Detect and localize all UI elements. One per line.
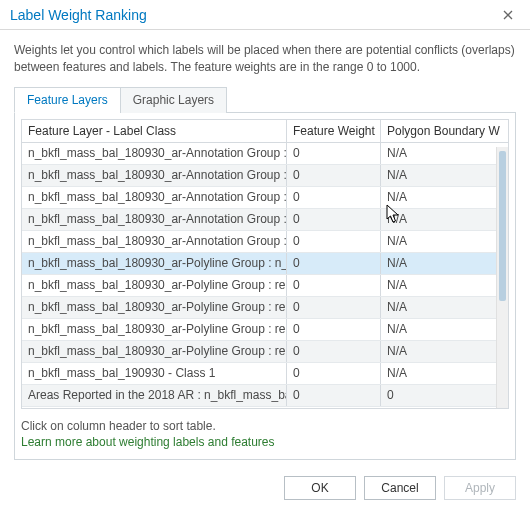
- column-header-name[interactable]: Feature Layer - Label Class: [22, 120, 287, 142]
- tab-panel: Feature Layer - Label Class Feature Weig…: [14, 113, 516, 460]
- cell-feature-weight[interactable]: 0: [287, 231, 381, 252]
- table-row[interactable]: n_bkfl_mass_bal_180930_ar-Polyline Group…: [22, 319, 508, 341]
- cell-feature-weight[interactable]: 0: [287, 275, 381, 296]
- tab-feature-layers[interactable]: Feature Layers: [14, 87, 121, 113]
- cell-polygon-boundary[interactable]: N/A: [381, 187, 508, 208]
- cell-layer-name: n_bkfl_mass_bal_180930_ar-Annotation Gro…: [22, 143, 287, 164]
- cell-layer-name: Areas Reported in the 2018 AR : n_bkfl_m…: [22, 385, 287, 406]
- cell-layer-name: n_bkfl_mass_bal_180930_ar-Polyline Group…: [22, 319, 287, 340]
- dialog-content: Weights let you control which labels wil…: [0, 30, 530, 468]
- cell-polygon-boundary[interactable]: N/A: [381, 275, 508, 296]
- cell-layer-name: n_bkfl_mass_bal_190930 - Class 1: [22, 363, 287, 384]
- close-icon: [503, 10, 513, 20]
- cell-polygon-boundary[interactable]: N/A: [381, 231, 508, 252]
- table-row[interactable]: n_bkfl_mass_bal_180930_ar-Annotation Gro…: [22, 209, 508, 231]
- cell-feature-weight[interactable]: 0: [287, 385, 381, 406]
- cell-feature-weight[interactable]: 0: [287, 363, 381, 384]
- cell-layer-name: n_bkfl_mass_bal_180930_ar-Annotation Gro…: [22, 187, 287, 208]
- cell-layer-name: n_bkfl_mass_bal_180930_ar-Polyline Group…: [22, 275, 287, 296]
- cell-feature-weight[interactable]: 0: [287, 341, 381, 362]
- table-header: Feature Layer - Label Class Feature Weig…: [22, 120, 508, 143]
- apply-button: Apply: [444, 476, 516, 500]
- cancel-button[interactable]: Cancel: [364, 476, 436, 500]
- cell-feature-weight[interactable]: 0: [287, 143, 381, 164]
- cell-feature-weight[interactable]: 0: [287, 319, 381, 340]
- table-body: n_bkfl_mass_bal_180930_ar-Annotation Gro…: [22, 143, 508, 407]
- cell-layer-name: n_bkfl_mass_bal_180930_ar-Annotation Gro…: [22, 165, 287, 186]
- cell-polygon-boundary[interactable]: N/A: [381, 363, 508, 384]
- cell-polygon-boundary[interactable]: N/A: [381, 297, 508, 318]
- cell-layer-name: n_bkfl_mass_bal_180930_ar-Polyline Group…: [22, 253, 287, 274]
- cell-feature-weight[interactable]: 0: [287, 165, 381, 186]
- table-row[interactable]: n_bkfl_mass_bal_180930_ar-Annotation Gro…: [22, 143, 508, 165]
- sort-hint-text: Click on column header to sort table.: [21, 419, 509, 433]
- cell-polygon-boundary[interactable]: N/A: [381, 253, 508, 274]
- table-row[interactable]: n_bkfl_mass_bal_190930 - Class 10N/A: [22, 363, 508, 385]
- tab-graphic-layers[interactable]: Graphic Layers: [120, 87, 227, 113]
- table-row[interactable]: n_bkfl_mass_bal_180930_ar-Polyline Group…: [22, 275, 508, 297]
- table-row[interactable]: n_bkfl_mass_bal_180930_ar-Polyline Group…: [22, 253, 508, 275]
- cell-feature-weight[interactable]: 0: [287, 209, 381, 230]
- cell-layer-name: n_bkfl_mass_bal_180930_ar-Annotation Gro…: [22, 231, 287, 252]
- table-row[interactable]: Areas Reported in the 2018 AR : n_bkfl_m…: [22, 385, 508, 407]
- scrollbar-thumb[interactable]: [499, 151, 506, 301]
- table-row[interactable]: n_bkfl_mass_bal_180930_ar-Annotation Gro…: [22, 165, 508, 187]
- column-header-polygon-boundary[interactable]: Polygon Boundary W: [381, 120, 508, 142]
- tab-bar: Feature Layers Graphic Layers: [14, 86, 516, 113]
- cell-polygon-boundary[interactable]: 0: [381, 385, 508, 406]
- table-row[interactable]: n_bkfl_mass_bal_180930_ar-Polyline Group…: [22, 297, 508, 319]
- vertical-scrollbar[interactable]: [496, 147, 508, 408]
- cell-layer-name: n_bkfl_mass_bal_180930_ar-Polyline Group…: [22, 341, 287, 362]
- cell-feature-weight[interactable]: 0: [287, 187, 381, 208]
- cell-polygon-boundary[interactable]: N/A: [381, 209, 508, 230]
- ok-button[interactable]: OK: [284, 476, 356, 500]
- cell-polygon-boundary[interactable]: N/A: [381, 143, 508, 164]
- cell-layer-name: n_bkfl_mass_bal_180930_ar-Annotation Gro…: [22, 209, 287, 230]
- description-text: Weights let you control which labels wil…: [14, 42, 516, 76]
- window-title: Label Weight Ranking: [10, 7, 147, 23]
- cell-feature-weight[interactable]: 0: [287, 253, 381, 274]
- cell-polygon-boundary[interactable]: N/A: [381, 165, 508, 186]
- titlebar: Label Weight Ranking: [0, 0, 530, 30]
- feature-layers-table: Feature Layer - Label Class Feature Weig…: [21, 119, 509, 409]
- learn-more-link[interactable]: Learn more about weighting labels and fe…: [21, 435, 509, 449]
- cell-layer-name: n_bkfl_mass_bal_180930_ar-Polyline Group…: [22, 297, 287, 318]
- cell-polygon-boundary[interactable]: N/A: [381, 319, 508, 340]
- dialog-buttons: OK Cancel Apply: [0, 468, 530, 510]
- table-row[interactable]: n_bkfl_mass_bal_180930_ar-Annotation Gro…: [22, 187, 508, 209]
- cell-feature-weight[interactable]: 0: [287, 297, 381, 318]
- column-header-feature-weight[interactable]: Feature Weight: [287, 120, 381, 142]
- close-button[interactable]: [494, 1, 522, 29]
- table-row[interactable]: n_bkfl_mass_bal_180930_ar-Annotation Gro…: [22, 231, 508, 253]
- table-row[interactable]: n_bkfl_mass_bal_180930_ar-Polyline Group…: [22, 341, 508, 363]
- cell-polygon-boundary[interactable]: N/A: [381, 341, 508, 362]
